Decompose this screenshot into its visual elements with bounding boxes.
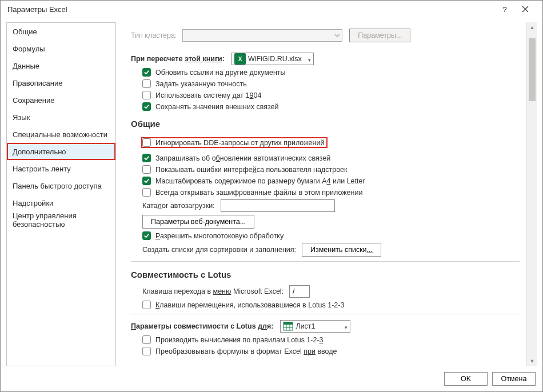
checkbox-show-addin-errors[interactable] <box>142 165 151 174</box>
menu-key-label: Клавиша перехода в меню Microsoft Excel: <box>142 287 284 295</box>
cancel-button[interactable]: Отмена <box>492 372 536 386</box>
sidebar-item-proofing[interactable]: Правописание <box>7 74 115 91</box>
scroll-down-icon[interactable]: ▼ <box>527 356 537 366</box>
label-open-encrypted: Всегда открывать зашифрованные файлы в э… <box>155 189 362 197</box>
checkbox-lotus-eval[interactable] <box>142 335 151 344</box>
window-title: Параметры Excel <box>7 5 494 14</box>
checkbox-ignore-dde[interactable] <box>142 138 151 147</box>
label-lotus-convert: Преобразовывать формулы в формат Excel п… <box>155 347 337 355</box>
checkbox-keep-external[interactable] <box>142 102 151 111</box>
autoload-label: Каталог автозагрузки: <box>142 202 215 210</box>
cluster-type-select <box>182 29 342 42</box>
ok-button[interactable]: OK <box>444 372 488 386</box>
checkbox-set-precision[interactable] <box>142 79 151 88</box>
sidebar-item-addins[interactable]: Надстройки <box>7 194 115 211</box>
label-lotus-nav: Клавиши перемещения, использовавшиеся в … <box>155 301 344 309</box>
label-keep-external: Сохранять значения внешних связей <box>155 103 278 111</box>
label-use-1904: Использовать систему дат 1904 <box>155 91 261 99</box>
titlebar: Параметры Excel ? <box>1 1 542 18</box>
chevron-down-icon: ▾ <box>345 325 348 330</box>
sidebar-item-data[interactable]: Данные <box>7 57 115 74</box>
checkbox-open-encrypted[interactable] <box>142 188 151 197</box>
label-update-links: Обновить ссылки на другие документы <box>155 69 286 77</box>
help-button[interactable]: ? <box>494 1 515 18</box>
content-scrollbar[interactable]: ▲ ▼ <box>526 22 537 366</box>
label-ask-update: Запрашивать об обновлении автоматических… <box>155 154 330 162</box>
web-options-button[interactable]: Параметры веб-документа... <box>142 215 254 229</box>
checkbox-multithread[interactable] <box>142 231 151 240</box>
sidebar-item-trust-center[interactable]: Центр управления безопасностью <box>7 211 115 229</box>
sheet-icon <box>283 322 293 331</box>
sidebar-item-general[interactable]: Общие <box>7 23 115 40</box>
checkbox-update-links[interactable] <box>142 68 151 77</box>
checkbox-lotus-nav[interactable] <box>142 301 151 309</box>
menu-key-input[interactable] <box>289 285 310 298</box>
label-lotus-eval: Производить вычисления по правилам Lotus… <box>155 336 324 344</box>
lotus-compat-sheet-select[interactable]: Лист1▾ <box>280 320 350 333</box>
row-ignore-dde: Игнорировать DDE-запросы от других прило… <box>141 137 328 148</box>
scroll-up-icon[interactable]: ▲ <box>527 22 537 33</box>
label-scale-a4: Масштабировать содержимое по размеру бум… <box>155 177 365 185</box>
section-lotus-heading: Совместимость с Lotus <box>131 270 520 279</box>
cluster-type-label: Тип кластера: <box>131 31 177 39</box>
close-button[interactable] <box>515 1 536 18</box>
sidebar-item-accessibility[interactable]: Специальные возможности <box>7 126 115 143</box>
recalc-workbook-select[interactable]: X WiFiGID.RU.xlsx▾ <box>231 53 314 65</box>
options-sidebar[interactable]: Общие Формулы Данные Правописание Сохран… <box>6 22 116 366</box>
excel-file-icon: X <box>234 53 246 65</box>
lotus-compat-label: Параметры совместимости с Lotus для: <box>131 322 273 330</box>
checkbox-ask-update[interactable] <box>142 154 151 162</box>
excel-options-window: Параметры Excel ? Общие Формулы Данные П… <box>0 0 543 392</box>
autoload-input[interactable] <box>221 199 335 212</box>
sidebar-item-save[interactable]: Сохранение <box>7 91 115 109</box>
section-general-heading: Общие <box>131 119 520 129</box>
options-content: Тип кластера: Параметры... При пересчете… <box>122 22 526 366</box>
sidebar-item-language[interactable]: Язык <box>7 109 115 126</box>
sidebar-item-customize-ribbon[interactable]: Настроить ленту <box>7 160 115 177</box>
label-multithread: Разрешить многопотоковую обработку <box>155 232 284 240</box>
checkbox-use-1904[interactable] <box>142 91 151 99</box>
edit-lists-button[interactable]: Изменить списки... <box>302 243 381 257</box>
close-icon <box>522 6 529 13</box>
label-set-precision: Задать указанную точность <box>155 80 247 88</box>
label-ignore-dde: Игнорировать DDE-запросы от других прило… <box>155 139 324 147</box>
sidebar-item-qat[interactable]: Панель быстрого доступа <box>7 177 115 194</box>
sidebar-item-advanced[interactable]: Дополнительно <box>7 143 115 160</box>
scroll-thumb[interactable] <box>529 38 536 101</box>
recalc-label: При пересчете этой книги: <box>131 55 225 63</box>
dialog-footer: OK Отмена <box>1 366 542 391</box>
checkbox-scale-a4[interactable] <box>142 177 151 185</box>
sidebar-item-formulas[interactable]: Формулы <box>7 40 115 57</box>
svg-rect-1 <box>284 322 293 325</box>
checkbox-lotus-convert[interactable] <box>142 347 151 355</box>
sort-lists-label: Создать списки для сортировки и заполнен… <box>142 246 296 254</box>
label-show-addin-errors: Показывать ошибки интерфейса пользовател… <box>155 166 348 174</box>
chevron-down-icon: ▾ <box>308 57 311 63</box>
cluster-params-button: Параметры... <box>349 29 410 42</box>
